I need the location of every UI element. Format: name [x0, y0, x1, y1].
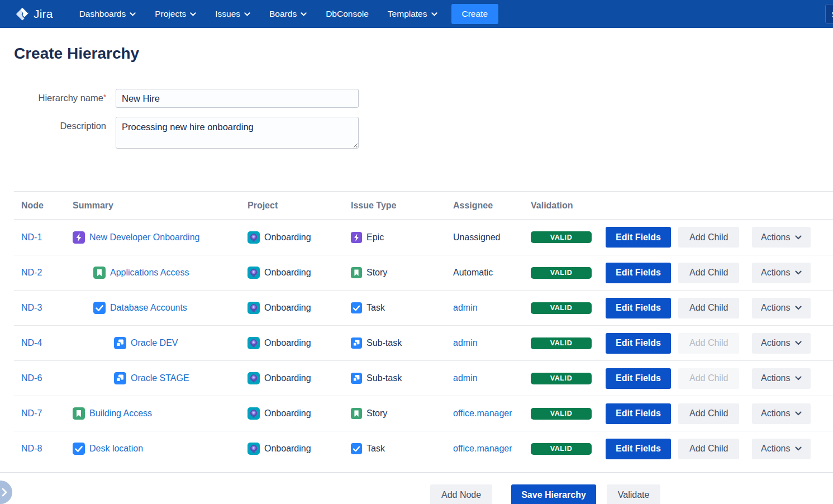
assignee-cell: office.manager	[453, 444, 531, 454]
add-child-button[interactable]: Add Child	[678, 403, 739, 424]
edit-fields-button[interactable]: Edit Fields	[606, 368, 671, 389]
task-icon	[351, 302, 362, 313]
table-row: ND-8Desk locationOnboardingTaskoffice.ma…	[14, 431, 833, 466]
actions-dropdown-button[interactable]: Actions	[752, 439, 811, 459]
validation-cell: VALID	[531, 302, 606, 314]
issue-type-name: Epic	[366, 232, 384, 243]
hierarchy-name-label: Hierarchy name*	[0, 89, 106, 103]
epic-icon	[73, 231, 85, 244]
add-child-button[interactable]: Add Child	[678, 227, 739, 248]
validation-badge: VALID	[531, 337, 592, 349]
nav-dashboards[interactable]: Dashboards	[70, 0, 146, 28]
jira-logo-icon	[15, 7, 30, 21]
table-row: ND-7Building AccessOnboardingStoryoffice…	[14, 396, 833, 431]
node-id-link[interactable]: ND-6	[21, 373, 42, 383]
jira-brand[interactable]: Jira	[15, 7, 53, 21]
top-navbar: Jira Dashboards Projects Issues Boards D…	[0, 0, 833, 28]
hierarchy-name-row: Hierarchy name*	[0, 89, 833, 108]
subtask-icon	[351, 337, 362, 349]
add-node-button[interactable]: Add Node	[430, 484, 492, 504]
edit-fields-button[interactable]: Edit Fields	[606, 227, 671, 248]
summary-cell: New Developer Onboarding	[73, 231, 247, 244]
actions-cell: Actions	[752, 227, 833, 248]
add-child-button: Add Child	[678, 368, 739, 389]
header-assignee: Assignee	[453, 201, 531, 211]
add-child-cell: Add Child	[678, 368, 752, 389]
story-icon	[351, 267, 362, 278]
nav-issues[interactable]: Issues	[206, 0, 260, 28]
summary-cell: Applications Access	[73, 267, 247, 279]
project-name: Onboarding	[264, 373, 311, 383]
hierarchy-name-input[interactable]	[116, 89, 359, 108]
node-id-link[interactable]: ND-1	[21, 232, 42, 243]
summary-link[interactable]: Oracle STAGE	[131, 373, 189, 383]
search-input[interactable]	[825, 4, 833, 24]
edit-fields-button[interactable]: Edit Fields	[606, 439, 671, 459]
edit-fields-button[interactable]: Edit Fields	[606, 403, 671, 424]
chevron-down-icon	[795, 446, 802, 451]
actions-label: Actions	[761, 232, 790, 243]
node-id-link[interactable]: ND-3	[21, 303, 42, 313]
chevron-down-icon	[795, 341, 802, 345]
assignee-link[interactable]: admin	[453, 303, 478, 313]
summary-cell: Oracle STAGE	[73, 372, 247, 384]
assignee-text: Unassigned	[453, 232, 501, 243]
summary-link[interactable]: Building Access	[89, 408, 152, 419]
chevron-down-icon	[190, 12, 196, 16]
edit-fields-button[interactable]: Edit Fields	[606, 263, 671, 283]
validation-cell: VALID	[531, 443, 606, 455]
edit-fields-button[interactable]: Edit Fields	[606, 333, 671, 354]
edit-fields-cell: Edit Fields	[606, 333, 678, 354]
actions-dropdown-button[interactable]: Actions	[752, 368, 811, 389]
actions-dropdown-button[interactable]: Actions	[752, 227, 811, 248]
description-textarea[interactable]: Processing new hire onboarding	[116, 117, 359, 149]
validation-badge: VALID	[531, 267, 592, 279]
issue-type-name: Sub-task	[366, 338, 402, 348]
actions-dropdown-button[interactable]: Actions	[752, 298, 811, 318]
project-name: Onboarding	[264, 338, 311, 348]
summary-link[interactable]: New Developer Onboarding	[89, 232, 199, 243]
node-id-link[interactable]: ND-2	[21, 268, 42, 278]
save-hierarchy-button[interactable]: Save Hierarchy	[511, 484, 596, 504]
nav-projects[interactable]: Projects	[145, 0, 206, 28]
summary-link[interactable]: Database Accounts	[110, 303, 187, 313]
brand-title: Jira	[34, 7, 53, 21]
create-button[interactable]: Create	[451, 4, 499, 24]
assignee-link[interactable]: admin	[453, 373, 478, 383]
chevron-down-icon	[795, 270, 802, 275]
actions-dropdown-button[interactable]: Actions	[752, 403, 811, 424]
assignee-link[interactable]: office.manager	[453, 408, 512, 419]
node-cell: ND-1	[21, 232, 73, 243]
header-validation: Validation	[531, 201, 606, 211]
assignee-link[interactable]: admin	[453, 338, 478, 348]
summary-link[interactable]: Desk location	[89, 444, 143, 454]
story-icon	[73, 407, 85, 420]
node-id-link[interactable]: ND-7	[21, 408, 42, 419]
validate-button[interactable]: Validate	[607, 484, 661, 504]
actions-dropdown-button[interactable]: Actions	[752, 333, 811, 354]
table-row: ND-3Database AccountsOnboardingTaskadmin…	[14, 290, 833, 325]
table-row: ND-4Oracle DEVOnboardingSub-taskadminVAL…	[14, 325, 833, 360]
project-avatar-icon	[247, 302, 260, 314]
actions-dropdown-button[interactable]: Actions	[752, 263, 811, 283]
story-icon	[351, 408, 362, 419]
node-id-link[interactable]: ND-4	[21, 338, 42, 348]
assignee-cell: Automatic	[453, 268, 531, 278]
add-child-button[interactable]: Add Child	[678, 439, 739, 459]
subtask-icon	[114, 337, 126, 349]
add-child-button[interactable]: Add Child	[678, 263, 739, 283]
summary-cell: Building Access	[73, 407, 247, 420]
add-child-button[interactable]: Add Child	[678, 298, 739, 318]
edit-fields-button[interactable]: Edit Fields	[606, 298, 671, 318]
nav-dbconsole[interactable]: DbConsole	[316, 0, 378, 28]
summary-link[interactable]: Applications Access	[110, 268, 189, 278]
node-id-link[interactable]: ND-8	[21, 444, 42, 454]
nav-projects-label: Projects	[155, 9, 186, 19]
actions-label: Actions	[761, 373, 790, 383]
node-cell: ND-8	[21, 444, 73, 454]
add-child-cell: Add Child	[678, 439, 752, 459]
nav-boards[interactable]: Boards	[260, 0, 316, 28]
summary-link[interactable]: Oracle DEV	[131, 338, 178, 348]
assignee-link[interactable]: office.manager	[453, 444, 512, 454]
nav-templates[interactable]: Templates	[378, 0, 447, 28]
